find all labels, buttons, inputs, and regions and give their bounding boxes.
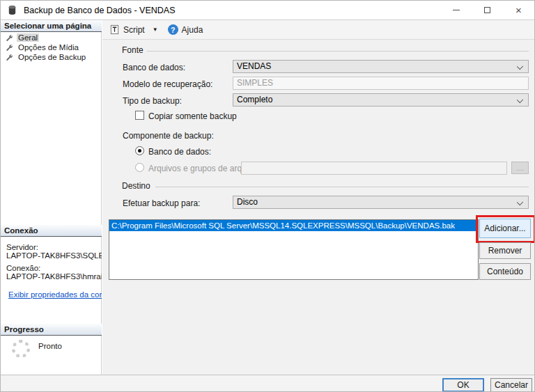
database-icon (7, 5, 17, 15)
sidebar: Selecionar uma página Geral Opções de Mí… (1, 20, 102, 375)
database-combobox-value: VENDAS (237, 61, 271, 71)
backup-database-dialog: Backup de Banco de Dados - VENDAS × Sele… (0, 0, 535, 392)
backup-to-combobox[interactable]: Disco (233, 196, 529, 209)
close-icon: × (515, 5, 522, 15)
window-title: Backup de Banco de Dados - VENDAS (24, 6, 175, 15)
source-group-title: Fonte (122, 45, 146, 55)
progress-section: Progresso Pronto (1, 324, 102, 358)
minimize-icon (453, 10, 460, 10)
database-radio-label: Banco de dados: (148, 147, 211, 157)
progress-status: Pronto (38, 342, 62, 350)
sidebar-item-opcoes-de-midia[interactable]: Opções de Mídia (1, 42, 102, 52)
backup-type-combobox[interactable]: Completo (233, 93, 529, 107)
chevron-down-icon (517, 97, 523, 103)
ok-button[interactable]: OK (442, 378, 484, 392)
database-radio[interactable] (135, 146, 144, 155)
page-nav: Geral Opções de Mídia Opções de Backup (1, 33, 102, 62)
server-label: Servidor: (1, 243, 102, 251)
connection-value: LAPTOP-TAK8HFS3\hmrai (1, 272, 102, 281)
help-icon: ? (168, 24, 178, 35)
contents-button[interactable]: Conteúdo (479, 263, 531, 280)
script-icon (109, 24, 120, 35)
destination-group-title: Destino (122, 181, 153, 191)
backup-component-label: Componente de backup: (123, 131, 214, 141)
browse-button: .... (511, 162, 529, 174)
recovery-model-value: SIMPLES (237, 78, 273, 88)
progress-spinner-icon (12, 340, 30, 358)
script-label: Script (123, 25, 145, 35)
sidebar-item-label: Opções de Backup (17, 53, 87, 61)
destination-group-line (155, 187, 529, 187)
backup-destinations-listbox[interactable]: C:\Program Files\Microsoft SQL Server\MS… (109, 219, 479, 280)
database-combobox[interactable]: VENDAS (233, 60, 529, 73)
dialog-toolbar: Script ▼ ? Ajuda (102, 20, 535, 40)
help-label: Ajuda (182, 25, 203, 35)
select-page-header: Selecionar uma página (1, 20, 102, 32)
chevron-down-icon (517, 199, 523, 205)
sidebar-item-opcoes-de-backup[interactable]: Opções de Backup (1, 52, 102, 62)
source-group-line (147, 51, 529, 52)
script-dropdown-icon[interactable]: ▼ (153, 26, 158, 33)
cancel-button[interactable]: Cancelar (490, 378, 532, 392)
files-filegroups-field (241, 162, 507, 175)
sidebar-item-label: Opções de Mídia (17, 43, 80, 52)
recovery-model-label: Modelo de recuperação: (123, 79, 212, 89)
backup-type-combobox-value: Completo (237, 95, 272, 104)
recovery-model-field: SIMPLES (233, 77, 529, 90)
help-button[interactable]: ? Ajuda (165, 22, 206, 38)
add-button[interactable]: Adicionar... (479, 219, 531, 238)
sidebar-item-geral[interactable]: Geral (1, 33, 102, 42)
maximize-icon (484, 7, 490, 13)
database-label: Banco de dados: (123, 63, 185, 72)
general-page-panel: Fonte Banco de dados: VENDAS Modelo de r… (102, 40, 535, 375)
backup-to-combobox-value: Disco (237, 197, 258, 207)
maximize-button[interactable] (472, 1, 503, 19)
chevron-down-icon (517, 63, 523, 70)
connection-section: Conexão Servidor: LAPTOP-TAK8HFS3\SQLEXP… (1, 225, 102, 299)
view-connection-properties-link[interactable]: Exibir propriedades da conexão (8, 290, 102, 299)
close-button[interactable]: × (503, 1, 534, 19)
backup-type-label: Tipo de backup: (123, 96, 182, 106)
connection-header: Conexão (1, 225, 102, 237)
copy-only-label: Copiar somente backup (148, 111, 237, 121)
wrench-icon (6, 54, 13, 61)
script-button[interactable]: Script (107, 22, 148, 38)
progress-header: Progresso (1, 324, 102, 336)
wrench-icon (6, 44, 13, 52)
minimize-button[interactable] (440, 1, 472, 19)
title-bar: Backup de Banco de Dados - VENDAS × (1, 1, 534, 20)
server-value: LAPTOP-TAK8HFS3\SQLEXPRESS (1, 251, 102, 260)
sidebar-item-label: Geral (17, 33, 39, 42)
backup-to-label: Efetuar backup para: (123, 198, 200, 208)
remove-button[interactable]: Remover (479, 242, 531, 259)
connection-label: Conexão: (1, 264, 102, 272)
backup-path-row[interactable]: C:\Program Files\Microsoft SQL Server\MS… (109, 220, 478, 231)
files-filegroups-radio (135, 163, 144, 172)
wrench-icon (6, 34, 13, 42)
dialog-footer: OK Cancelar (1, 375, 535, 392)
copy-only-checkbox[interactable] (135, 111, 144, 120)
